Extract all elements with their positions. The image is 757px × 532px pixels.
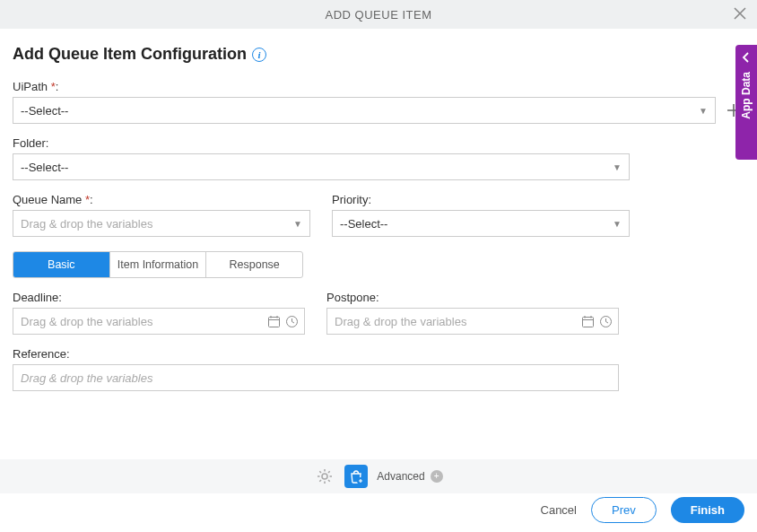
info-icon[interactable]: i <box>252 48 266 62</box>
gear-icon <box>316 467 334 485</box>
settings-button[interactable] <box>314 466 335 487</box>
priority-select[interactable]: --Select-- ▼ <box>332 210 630 237</box>
postpone-label: Postpone: <box>326 291 619 304</box>
advanced-button[interactable]: Advanced + <box>377 470 442 483</box>
advanced-label: Advanced <box>377 470 424 483</box>
app-data-panel-toggle[interactable]: App Data <box>735 45 757 160</box>
chevron-down-icon: ▼ <box>699 106 708 116</box>
folder-label: Folder: <box>13 136 744 150</box>
svg-rect-2 <box>582 317 593 327</box>
svg-rect-0 <box>268 317 279 327</box>
priority-select-value: --Select-- <box>340 217 387 231</box>
uipath-label: UiPath *: <box>13 80 744 93</box>
svg-point-4 <box>322 474 327 479</box>
cancel-button[interactable]: Cancel <box>541 503 577 517</box>
chevron-down-icon: ▼ <box>293 219 302 229</box>
action-buttons: Cancel Prev Finish <box>541 497 744 523</box>
deadline-label: Deadline: <box>13 291 305 304</box>
tab-response[interactable]: Response <box>206 252 302 277</box>
chevron-down-icon: ▼ <box>613 219 622 229</box>
queue-name-placeholder: Drag & drop the variables <box>21 217 152 231</box>
close-icon <box>734 7 746 20</box>
calendar-icon[interactable] <box>266 314 281 328</box>
chevron-left-icon <box>742 52 751 63</box>
modal-header: ADD QUEUE ITEM <box>0 0 757 29</box>
priority-label: Priority: <box>332 193 630 206</box>
page-title-row: Add Queue Item Configuration i <box>13 45 744 64</box>
page-title: Add Queue Item Configuration <box>13 45 247 64</box>
reference-placeholder: Drag & drop the variables <box>21 371 152 385</box>
chevron-down-icon: ▼ <box>613 162 622 172</box>
clock-icon[interactable] <box>284 314 299 328</box>
finish-button[interactable]: Finish <box>671 497 744 523</box>
bag-plus-icon <box>348 468 364 484</box>
tab-group: Basic Item Information Response <box>13 251 303 278</box>
deadline-input[interactable]: Drag & drop the variables <box>13 308 305 335</box>
tab-item-information[interactable]: Item Information <box>110 252 207 277</box>
close-button[interactable] <box>730 4 750 23</box>
postpone-placeholder: Drag & drop the variables <box>335 315 577 328</box>
postpone-input[interactable]: Drag & drop the variables <box>326 308 619 335</box>
plus-circle-icon: + <box>431 470 443 483</box>
tab-basic[interactable]: Basic <box>13 252 110 277</box>
reference-input[interactable]: Drag & drop the variables <box>13 364 619 391</box>
app-data-panel-label: App Data <box>740 72 753 119</box>
uipath-select[interactable]: --Select-- ▼ <box>13 97 716 124</box>
uipath-select-value: --Select-- <box>21 104 68 118</box>
footer-toolbar: Advanced + <box>0 459 757 493</box>
modal-title: ADD QUEUE ITEM <box>326 8 432 22</box>
reference-label: Reference: <box>13 347 619 361</box>
queue-name-label: Queue Name *: <box>13 193 310 206</box>
calendar-icon[interactable] <box>580 314 595 328</box>
clock-icon[interactable] <box>598 314 613 328</box>
deadline-placeholder: Drag & drop the variables <box>21 315 263 328</box>
queue-name-input[interactable]: Drag & drop the variables ▼ <box>13 210 310 237</box>
action-bag-button[interactable] <box>344 465 368 488</box>
folder-select-value: --Select-- <box>21 161 68 174</box>
prev-button[interactable]: Prev <box>591 497 657 523</box>
folder-select[interactable]: --Select-- ▼ <box>13 153 630 180</box>
